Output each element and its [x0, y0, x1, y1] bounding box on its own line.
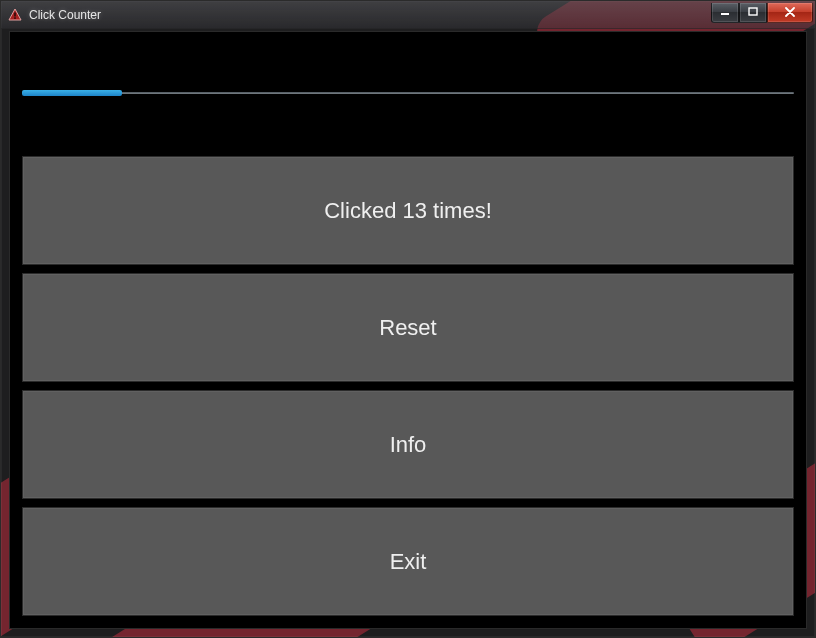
- maximize-icon: [748, 7, 758, 17]
- info-button[interactable]: Info: [22, 390, 794, 499]
- client-area: Clicked 13 times! Reset Info Exit: [9, 31, 807, 629]
- window-title: Click Counter: [29, 8, 101, 22]
- progress-bar: [22, 90, 794, 96]
- progress-fill: [22, 90, 122, 96]
- reset-button[interactable]: Reset: [22, 273, 794, 382]
- svg-rect-4: [749, 8, 757, 15]
- titlebar[interactable]: Click Counter: [1, 1, 815, 29]
- app-icon: [7, 7, 23, 23]
- progress-track: [22, 92, 794, 94]
- click-button-label: Clicked 13 times!: [324, 198, 492, 224]
- minimize-button[interactable]: [711, 3, 739, 23]
- button-list: Clicked 13 times! Reset Info Exit: [22, 156, 794, 616]
- close-icon: [784, 7, 796, 17]
- exit-button-label: Exit: [390, 549, 427, 575]
- reset-button-label: Reset: [379, 315, 436, 341]
- svg-rect-3: [721, 13, 729, 15]
- minimize-icon: [720, 7, 730, 17]
- app-window: Click Counter: [0, 0, 816, 638]
- maximize-button[interactable]: [739, 3, 767, 23]
- info-button-label: Info: [390, 432, 427, 458]
- close-button[interactable]: [767, 3, 813, 23]
- svg-rect-2: [14, 17, 16, 19]
- window-controls: [711, 3, 813, 23]
- svg-rect-1: [14, 12, 16, 16]
- exit-button[interactable]: Exit: [22, 507, 794, 616]
- click-button[interactable]: Clicked 13 times!: [22, 156, 794, 265]
